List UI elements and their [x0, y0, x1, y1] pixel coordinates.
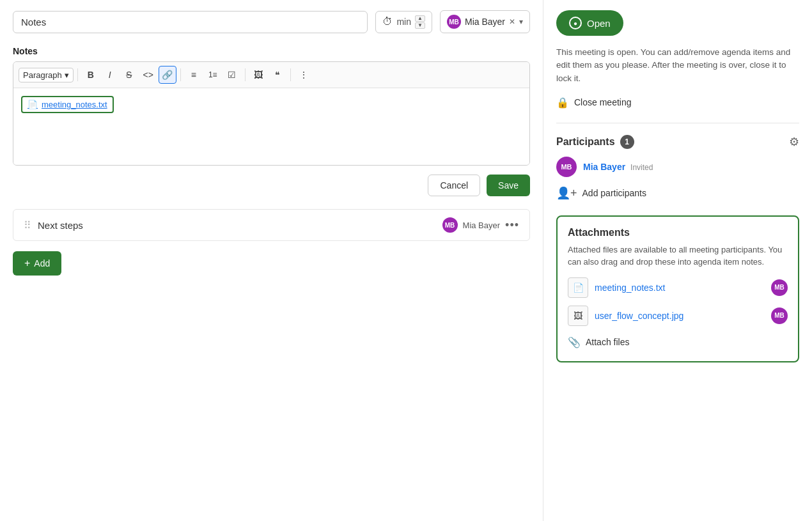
timer-box: ⏱ min ▲ ▼ — [375, 11, 432, 33]
attachments-title: Attachments — [568, 227, 788, 238]
meeting-status-text: This meeting is open. You can add/remove… — [556, 46, 799, 85]
participants-title: Participants 1 — [556, 135, 634, 149]
image-button[interactable]: 🖼 — [249, 66, 267, 84]
attachment-row-2: 🖼 user_flow_concept.jpg MB — [568, 306, 788, 326]
add-button[interactable]: + Add — [13, 251, 61, 276]
next-steps-right: MB Mia Bayer ••• — [442, 217, 519, 233]
attachment-left-2: 🖼 user_flow_concept.jpg — [568, 306, 683, 326]
next-steps-row: ⠿ Next steps MB Mia Bayer ••• — [13, 209, 530, 241]
add-participant-icon: 👤+ — [556, 186, 577, 200]
attachment-link-2[interactable]: user_flow_concept.jpg — [595, 311, 683, 321]
user-tag[interactable]: MB Mia Bayer ✕ ▾ — [440, 10, 530, 33]
attach-files-row[interactable]: 📎 Attach files — [568, 334, 788, 351]
close-meeting-label: Close meeting — [574, 97, 632, 107]
add-icon: + — [24, 258, 30, 269]
editor-container: Paragraph ▾ B I S <> 🔗 ≡ 1≡ ☑ 🖼 ❝ ⋮ — [13, 61, 530, 166]
user-tag-avatar: MB — [447, 15, 461, 29]
attachment-avatar-2: MB — [771, 307, 788, 324]
timer-icon: ⏱ — [382, 16, 393, 27]
attachment-left-1: 📄 meeting_notes.txt — [568, 277, 666, 298]
paperclip-icon: 📎 — [568, 336, 581, 348]
attachments-box: Attachments Attached files are available… — [556, 215, 799, 362]
editor-body[interactable]: 📄 meeting_notes.txt — [13, 88, 529, 165]
attachment-avatar-1: MB — [771, 279, 788, 296]
participant-row: MB Mia Bayer Invited — [556, 157, 799, 177]
open-circle-icon: ● — [569, 17, 582, 29]
participants-settings-button[interactable]: ⚙ — [789, 135, 799, 149]
user-tag-chevron[interactable]: ▾ — [519, 17, 523, 26]
participant-status: Invited — [630, 163, 653, 172]
timer-label: min — [396, 17, 411, 27]
drag-handle[interactable]: ⠿ — [24, 219, 31, 231]
stepper-down[interactable]: ▼ — [415, 22, 425, 29]
notes-title-input[interactable] — [13, 11, 368, 33]
task-list-button[interactable]: ☑ — [223, 66, 241, 84]
participant-info: Mia Bayer Invited — [583, 162, 653, 172]
cancel-button[interactable]: Cancel — [428, 175, 480, 196]
paragraph-chevron: ▾ — [65, 70, 69, 80]
editor-toolbar: Paragraph ▾ B I S <> 🔗 ≡ 1≡ ☑ 🖼 ❝ ⋮ — [13, 62, 529, 88]
file-icon: 📄 — [27, 100, 38, 109]
next-steps-more[interactable]: ••• — [505, 219, 519, 232]
add-participant-row[interactable]: 👤+ Add participants — [556, 183, 799, 203]
lock-icon: 🔒 — [556, 97, 569, 109]
stepper-up[interactable]: ▲ — [415, 15, 425, 22]
attachments-desc: Attached files are available to all meet… — [568, 244, 788, 268]
editor-file-name: meeting_notes.txt — [42, 100, 107, 109]
notes-section-label: Notes — [13, 46, 530, 56]
attachment-row-1: 📄 meeting_notes.txt MB — [568, 277, 788, 298]
toolbar-divider-1 — [77, 68, 78, 81]
next-steps-label: Next steps — [38, 220, 83, 231]
next-steps-user: Mia Bayer — [463, 221, 501, 230]
toolbar-divider-3 — [245, 68, 246, 81]
participant-avatar: MB — [556, 157, 577, 177]
timer-stepper[interactable]: ▲ ▼ — [415, 15, 425, 29]
next-steps-avatar: MB — [442, 217, 458, 233]
paragraph-select[interactable]: Paragraph ▾ — [19, 68, 74, 82]
add-participants-label: Add participants — [582, 188, 646, 198]
attach-files-label: Attach files — [586, 337, 629, 347]
participants-header: Participants 1 ⚙ — [556, 135, 799, 149]
open-button[interactable]: ● Open — [556, 10, 623, 36]
link-button[interactable]: 🔗 — [159, 66, 176, 84]
attachment-file-icon-1: 📄 — [568, 277, 588, 298]
bullet-list-button[interactable]: ≡ — [185, 66, 203, 84]
close-meeting-row[interactable]: 🔒 Close meeting — [556, 94, 799, 111]
user-tag-name: Mia Bayer — [465, 17, 505, 27]
quote-button[interactable]: ❝ — [269, 66, 286, 84]
participant-name: Mia Bayer — [583, 162, 625, 172]
divider-1 — [556, 123, 799, 123]
save-button[interactable]: Save — [487, 175, 530, 196]
user-tag-close[interactable]: ✕ — [509, 17, 515, 26]
participants-badge: 1 — [620, 135, 634, 149]
strikethrough-button[interactable]: S — [120, 66, 138, 84]
ordered-list-button[interactable]: 1≡ — [204, 66, 222, 84]
next-steps-left: ⠿ Next steps — [24, 219, 83, 231]
action-row: Cancel Save — [13, 175, 530, 196]
code-button[interactable]: <> — [139, 66, 157, 84]
toolbar-divider-4 — [290, 68, 291, 81]
attachment-link-1[interactable]: meeting_notes.txt — [595, 283, 666, 293]
toolbar-divider-2 — [180, 68, 181, 81]
bold-button[interactable]: B — [82, 66, 100, 84]
attachment-file-icon-2: 🖼 — [568, 306, 588, 326]
more-button[interactable]: ⋮ — [295, 66, 313, 84]
italic-button[interactable]: I — [101, 66, 119, 84]
editor-file-tag[interactable]: 📄 meeting_notes.txt — [21, 96, 114, 113]
